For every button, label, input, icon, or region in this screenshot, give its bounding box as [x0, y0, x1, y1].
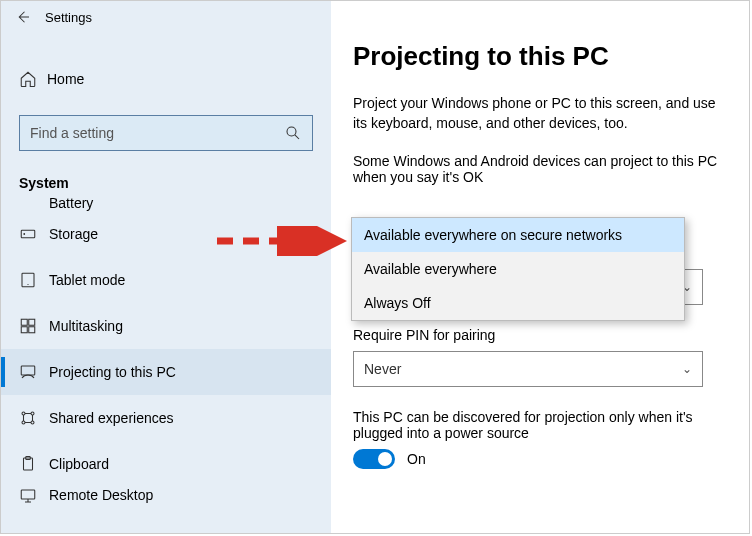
sidebar-item-label: Battery — [49, 195, 93, 211]
svg-rect-16 — [21, 490, 35, 499]
sidebar-item-multitasking[interactable]: Multitasking — [1, 303, 331, 349]
sidebar-item-battery[interactable]: Battery — [1, 191, 331, 211]
svg-rect-8 — [29, 327, 35, 333]
sidebar-item-clipboard[interactable]: Clipboard — [1, 441, 331, 487]
permission-dropdown-open: Available everywhere on secure networksA… — [351, 217, 685, 321]
search-placeholder: Find a setting — [30, 125, 114, 141]
sidebar-item-label: Remote Desktop — [49, 487, 153, 503]
toggle-label: On — [407, 451, 426, 467]
sidebar-group-system: System — [19, 175, 313, 191]
storage-icon — [19, 225, 49, 243]
sidebar-item-label: Storage — [49, 226, 98, 242]
svg-point-13 — [31, 421, 34, 424]
search-icon — [284, 124, 302, 142]
sidebar-item-home[interactable]: Home — [19, 61, 313, 97]
svg-rect-6 — [29, 319, 35, 325]
svg-point-0 — [287, 127, 296, 136]
svg-point-11 — [31, 412, 34, 415]
dropdown-option[interactable]: Available everywhere on secure networks — [352, 218, 684, 252]
settings-sidebar: Settings Home Find a setting System Batt… — [1, 1, 331, 533]
sidebar-nav-list: BatteryStorageTablet modeMultitaskingPro… — [1, 191, 331, 533]
intro-text: Project your Windows phone or PC to this… — [353, 94, 727, 133]
sidebar-item-label: Multitasking — [49, 318, 123, 334]
svg-point-12 — [22, 421, 25, 424]
multitasking-icon — [19, 317, 49, 335]
svg-point-2 — [23, 233, 25, 235]
sidebar-item-label: Clipboard — [49, 456, 109, 472]
chevron-down-icon: ⌄ — [682, 362, 692, 376]
power-toggle[interactable] — [353, 449, 395, 469]
dropdown-option[interactable]: Always Off — [352, 286, 684, 320]
svg-point-10 — [22, 412, 25, 415]
sidebar-item-projecting[interactable]: Projecting to this PC — [1, 349, 331, 395]
sidebar-item-label: Projecting to this PC — [49, 364, 176, 380]
sidebar-item-tablet-mode[interactable]: Tablet mode — [1, 257, 331, 303]
pin-label: Require PIN for pairing — [353, 327, 727, 343]
sidebar-item-storage[interactable]: Storage — [1, 211, 331, 257]
tablet-mode-icon — [19, 271, 49, 289]
sidebar-item-shared-exp[interactable]: Shared experiences — [1, 395, 331, 441]
sidebar-item-label: Tablet mode — [49, 272, 125, 288]
sidebar-item-remote-desktop[interactable]: Remote Desktop — [1, 487, 331, 507]
back-button[interactable] — [1, 1, 45, 33]
page-title: Projecting to this PC — [353, 41, 727, 72]
projecting-icon — [19, 363, 49, 381]
power-note: This PC can be discovered for projection… — [353, 409, 727, 441]
svg-rect-9 — [21, 366, 35, 375]
clipboard-icon — [19, 455, 49, 473]
svg-rect-5 — [21, 319, 27, 325]
svg-point-4 — [27, 284, 28, 285]
back-arrow-icon — [14, 8, 32, 26]
pin-combo[interactable]: Never ⌄ — [353, 351, 703, 387]
dropdown-option[interactable]: Available everywhere — [352, 252, 684, 286]
svg-rect-1 — [21, 230, 35, 238]
home-label: Home — [47, 71, 84, 87]
home-icon — [19, 70, 37, 88]
search-input[interactable]: Find a setting — [19, 115, 313, 151]
remote-desktop-icon — [19, 487, 49, 505]
svg-rect-7 — [21, 327, 27, 333]
shared-exp-icon — [19, 409, 49, 427]
window-title: Settings — [45, 10, 331, 25]
sidebar-item-label: Shared experiences — [49, 410, 174, 426]
permission-label: Some Windows and Android devices can pro… — [353, 153, 727, 185]
pin-combo-value: Never — [364, 361, 401, 377]
